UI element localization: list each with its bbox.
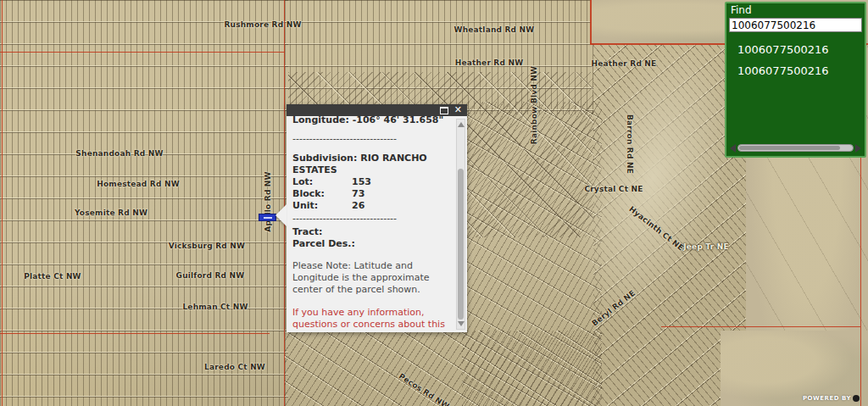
find-panel-title: Find: [731, 4, 865, 16]
powered-by-text: POWERED BY: [803, 395, 851, 402]
scroll-down-icon[interactable]: [458, 321, 465, 326]
tract-label: Tract:: [292, 226, 453, 238]
popup-titlebar[interactable]: ✕: [287, 104, 467, 116]
street-label: Crystal Ct NE: [584, 186, 643, 193]
street-label: Heather Rd NW: [455, 59, 524, 67]
popup-callout-arrow: [275, 204, 287, 226]
find-result-item[interactable]: 1006077500216: [737, 43, 865, 56]
scrollbar-thumb[interactable]: [739, 146, 840, 150]
esri-logo-icon: [853, 395, 860, 402]
divider: -------------------------------: [292, 213, 453, 225]
street-label: Vicksburg Rd NW: [169, 242, 245, 250]
parcel-info-popup: ✕ Longitude: -106° 46' 31.658" ---------…: [287, 104, 467, 332]
street-label: Barron Rd NE: [626, 114, 633, 174]
find-input[interactable]: [729, 18, 862, 32]
street-label: Apollo Rd NW: [264, 171, 272, 231]
powered-by-attribution: POWERED BY: [803, 395, 860, 402]
field-label: Lot:: [292, 176, 352, 188]
street-label: Rainbow Blvd NW: [531, 66, 538, 144]
parcel-field-row: Lot:153: [292, 176, 453, 188]
selected-parcel-highlight[interactable]: [259, 214, 276, 221]
divider: -------------------------------: [292, 133, 453, 145]
boundary-line: [2, 0, 3, 406]
maximize-icon[interactable]: [440, 107, 448, 114]
boundary-line: [0, 52, 285, 53]
scrollbar-thumb[interactable]: [458, 169, 464, 320]
street-label: Rushmore Rd NW: [224, 21, 301, 29]
street-label: Heather Rd NE: [592, 60, 657, 68]
boundary-line: [284, 0, 285, 406]
longitude-line: Longitude: -106° 46' 31.658": [292, 116, 453, 126]
scroll-left-icon[interactable]: [730, 144, 736, 153]
field-value: 73: [352, 188, 364, 199]
street-label: Jeep Tr NE: [683, 243, 729, 251]
scrollbar-track[interactable]: [737, 144, 854, 152]
field-label: Unit:: [292, 200, 352, 212]
lat-long-note: Please Note: Latitude and Longitude is t…: [292, 260, 453, 296]
find-horizontal-scrollbar[interactable]: [729, 142, 862, 153]
popup-scrollbar[interactable]: [456, 119, 465, 330]
find-results-list: 10060775002161006077500216: [726, 43, 865, 77]
boundary-line: [0, 333, 270, 334]
popup-body: Longitude: -106° 46' 31.658" -----------…: [287, 116, 467, 332]
parcel-field-row: Unit:26: [292, 200, 453, 212]
street-label: Wheatland Rd NW: [454, 26, 535, 34]
selected-parcel-dash: [264, 217, 272, 219]
close-icon[interactable]: ✕: [454, 104, 462, 116]
street-label: Laredo Ct NW: [204, 364, 265, 371]
field-value: 26: [352, 200, 364, 211]
field-label: Subdivision:: [292, 153, 357, 164]
boundary-line: [661, 326, 860, 327]
street-label: Guilford Rd NW: [176, 272, 245, 280]
parcel-grid-region: [0, 0, 288, 406]
contact-warning: If you have any information, questions o…: [292, 307, 453, 332]
scroll-right-icon[interactable]: [855, 144, 861, 153]
contact-text: If you have any information, questions o…: [292, 307, 445, 332]
parcel-fields: Subdivision: RIO RANCHO ESTATESLot:153Bl…: [292, 153, 453, 212]
street-label: Platte Ct NW: [24, 273, 81, 281]
street-label: Yosemite Rd NW: [75, 209, 147, 217]
parcel-field-row: Subdivision: RIO RANCHO ESTATES: [292, 153, 453, 176]
parcel-field-row: Block:73: [292, 188, 453, 200]
field-label: Block:: [292, 188, 352, 200]
street-label: Homestead Rd NW: [97, 181, 180, 188]
find-panel: Find 10060775002161006077500216: [725, 2, 866, 158]
street-label: Shenandoah Rd NW: [75, 150, 163, 158]
find-result-item[interactable]: 1006077500216: [737, 64, 865, 77]
street-label: Lehman Ct NW: [182, 303, 248, 311]
boundary-line: [590, 0, 592, 44]
field-value: 153: [352, 176, 371, 187]
parcel-grid-region: [284, 331, 602, 406]
scroll-up-icon[interactable]: [458, 122, 465, 127]
parcel-des-label: Parcel Des.:: [292, 238, 453, 250]
